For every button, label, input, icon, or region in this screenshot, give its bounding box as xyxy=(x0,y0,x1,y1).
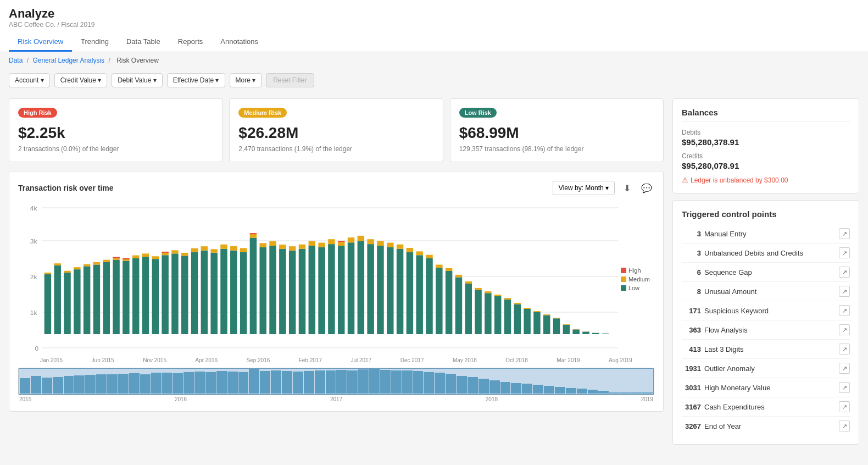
breadcrumb-current: Risk Overview xyxy=(116,57,159,64)
filter-btn-account[interactable]: Account ▾ xyxy=(9,73,50,87)
legend-item-medium: Medium xyxy=(621,276,650,283)
control-point-name: Suspicious Keyword xyxy=(704,307,769,315)
legend-color xyxy=(621,276,626,282)
control-point-count: 363 xyxy=(682,326,701,334)
chart-area: 0 1k 2k 3k 4k HighMediumLow xyxy=(18,202,654,356)
risk-desc-1: 2,470 transactions (1.9%) of the ledger xyxy=(238,145,433,153)
chart-legend: HighMediumLow xyxy=(621,267,650,291)
risk-amount-1: $26.28M xyxy=(238,124,433,142)
x-axis-label: Jul 2017 xyxy=(350,357,371,363)
tab-annotations[interactable]: Annotations xyxy=(212,33,267,52)
breadcrumb-separator: / xyxy=(25,57,30,64)
reset-filter-button[interactable]: Reset Filter xyxy=(266,73,314,87)
control-point-name: High Monetary Value xyxy=(704,384,770,392)
control-points-title: Triggered control points xyxy=(682,209,850,219)
chart-title: Transaction risk over time xyxy=(18,184,114,192)
bar-chart xyxy=(18,202,654,345)
breadcrumb-link[interactable]: Data xyxy=(9,57,23,64)
right-panel: Balances Debits $95,280,378.91 Credits $… xyxy=(672,98,859,445)
risk-desc-0: 2 transactions (0.0%) of the ledger xyxy=(18,145,213,153)
control-point-count: 171 xyxy=(682,307,701,315)
app-title: Analyze xyxy=(9,7,859,21)
control-points-list: 3 Manual Entry ↗ 3 Unbalanced Debits and… xyxy=(682,224,850,435)
risk-badge-2: Low Risk xyxy=(459,108,497,118)
x-axis-label: Mar 2019 xyxy=(557,357,580,363)
x-axis-labels: Jan 2015Jun 2015Nov 2015Apr 2016Sep 2016… xyxy=(18,357,654,363)
x-axis-label: Oct 2018 xyxy=(505,357,528,363)
external-link-icon[interactable]: ↗ xyxy=(839,382,850,393)
comment-button[interactable]: 💬 xyxy=(639,180,654,196)
external-link-icon[interactable]: ↗ xyxy=(839,286,850,297)
control-point-name: Cash Expenditures xyxy=(704,403,765,411)
legend-item-low: Low xyxy=(621,285,650,291)
legend-color xyxy=(621,285,626,291)
debits-row: Debits $95,280,378.91 xyxy=(682,129,850,147)
risk-amount-2: $68.99M xyxy=(459,124,654,142)
tab-risk-overview[interactable]: Risk Overview xyxy=(9,33,72,52)
breadcrumb-link[interactable]: General Ledger Analysis xyxy=(32,57,104,64)
control-point-count: 3 xyxy=(682,249,701,257)
external-link-icon[interactable]: ↗ xyxy=(839,267,850,278)
minimap-labels: 20152016201720182019 xyxy=(18,396,654,402)
x-axis-label: Nov 2015 xyxy=(143,357,166,363)
credits-label: Credits xyxy=(682,152,850,160)
debits-label: Debits xyxy=(682,129,850,136)
minimap[interactable] xyxy=(18,368,654,395)
minimap-label: 2016 xyxy=(175,396,187,402)
minimap-label: 2019 xyxy=(641,396,653,402)
control-points-card: Triggered control points 3 Manual Entry … xyxy=(672,200,859,445)
app-header: Analyze ABC Coffee Co. / Fiscal 2019 Ris… xyxy=(0,0,868,52)
legend-color xyxy=(621,268,626,273)
risk-card-2: Low Risk $68.99M 129,357 transactions (9… xyxy=(450,98,664,162)
external-link-icon[interactable]: ↗ xyxy=(839,324,850,335)
tab-data-table[interactable]: Data Table xyxy=(118,33,169,52)
risk-desc-2: 129,357 transactions (98.1%) of the ledg… xyxy=(459,145,654,153)
app-subtitle: ABC Coffee Co. / Fiscal 2019 xyxy=(9,21,859,29)
risk-card-1: Medium Risk $26.28M 2,470 transactions (… xyxy=(229,98,443,162)
left-panel: High Risk $2.25k 2 transactions (0.0%) o… xyxy=(9,98,664,445)
external-link-icon[interactable]: ↗ xyxy=(839,363,850,374)
external-link-icon[interactable]: ↗ xyxy=(839,228,850,239)
x-axis-label: Sep 2016 xyxy=(246,357,270,363)
control-point-item: 3 Manual Entry ↗ xyxy=(682,224,850,243)
nav-tabs: Risk OverviewTrendingData TableReportsAn… xyxy=(9,33,859,52)
filter-btn-credit-value[interactable]: Credit Value ▾ xyxy=(54,73,107,87)
control-point-item: 6 Sequence Gap ↗ xyxy=(682,263,850,282)
warning-text: Ledger is unbalanced by $300.00 xyxy=(691,176,788,184)
tab-reports[interactable]: Reports xyxy=(169,33,212,52)
external-link-icon[interactable]: ↗ xyxy=(839,401,850,412)
minimap-label: 2015 xyxy=(19,396,31,402)
control-point-item: 363 Flow Analysis ↗ xyxy=(682,320,850,340)
external-link-icon[interactable]: ↗ xyxy=(839,344,850,355)
debits-value: $95,280,378.91 xyxy=(682,137,850,147)
balance-warning: ⚠ Ledger is unbalanced by $300.00 xyxy=(682,176,850,184)
control-point-item: 1931 Outlier Anomaly ↗ xyxy=(682,359,850,378)
control-point-count: 3031 xyxy=(682,384,701,392)
view-by-button[interactable]: View by: Month ▾ xyxy=(553,181,615,195)
x-axis-label: Jan 2015 xyxy=(40,357,63,363)
control-point-count: 3 xyxy=(682,230,701,238)
control-point-item: 8 Unusual Amount ↗ xyxy=(682,282,850,301)
control-point-count: 1931 xyxy=(682,364,701,373)
x-axis-label: Apr 2016 xyxy=(195,357,218,363)
control-point-count: 6 xyxy=(682,268,701,276)
external-link-icon[interactable]: ↗ xyxy=(839,420,850,431)
external-link-icon[interactable]: ↗ xyxy=(839,247,850,258)
filter-btn-more[interactable]: More ▾ xyxy=(230,73,262,87)
risk-badge-0: High Risk xyxy=(18,108,57,118)
control-point-count: 3267 xyxy=(682,422,701,430)
filter-btn-effective-date[interactable]: Effective Date ▾ xyxy=(167,73,225,87)
risk-amount-0: $2.25k xyxy=(18,124,213,142)
external-link-icon[interactable]: ↗ xyxy=(839,305,850,316)
tab-trending[interactable]: Trending xyxy=(72,33,118,52)
control-point-name: Manual Entry xyxy=(704,230,747,238)
warning-icon: ⚠ xyxy=(682,176,688,184)
download-button[interactable]: ⬇ xyxy=(619,180,635,196)
x-axis-label: May 2018 xyxy=(453,357,477,363)
control-point-name: Outlier Anomaly xyxy=(704,364,755,373)
filter-btn-debit-value[interactable]: Debit Value ▾ xyxy=(112,73,162,87)
balances-card: Balances Debits $95,280,378.91 Credits $… xyxy=(672,98,859,193)
x-axis-label: Feb 2017 xyxy=(299,357,322,363)
control-point-count: 3167 xyxy=(682,403,701,411)
control-point-item: 413 Last 3 Digits ↗ xyxy=(682,340,850,359)
